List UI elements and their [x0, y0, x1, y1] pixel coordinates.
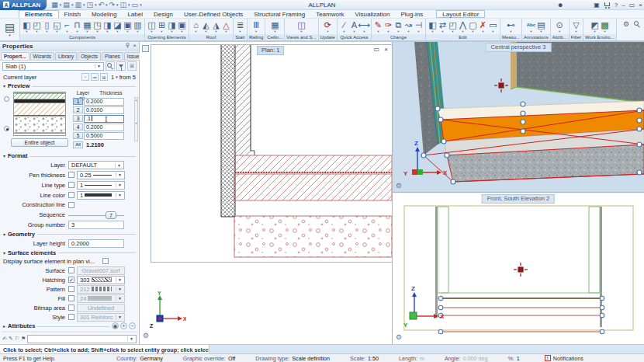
layer-number-cell[interactable]: 4: [73, 124, 83, 131]
layer-table-scrollbar[interactable]: ▴▾: [134, 97, 138, 141]
copy-icon[interactable]: ◫: [120, 1, 127, 9]
perspective-viewport-title[interactable]: Central perspective 3: [486, 43, 552, 52]
navigation-gear-icon[interactable]: ⚙: [396, 182, 402, 190]
thickness-input[interactable]: .1I: [84, 115, 124, 123]
bitmap-area-checkbox[interactable]: [68, 305, 74, 311]
array-icon[interactable]: ▭▾: [488, 20, 498, 33]
pen-thickness-checkbox[interactable]: [68, 172, 74, 178]
undo-icon[interactable]: ↶: [98, 1, 104, 9]
group-number-input[interactable]: 3: [68, 221, 124, 229]
line-type-checkbox[interactable]: [68, 182, 74, 188]
collapsed-window-icon[interactable]: [142, 45, 149, 52]
line-icon[interactable]: ∕▾: [339, 20, 349, 33]
search-icon[interactable]: [634, 21, 641, 28]
workspace-icon[interactable]: ▩▾: [600, 20, 610, 33]
surface-checkbox[interactable]: [68, 267, 74, 273]
match-icon[interactable]: ✍: [2, 336, 7, 342]
trim-icon[interactable]: ⊣▾: [414, 20, 424, 33]
layer-select[interactable]: DEFAULT ▼: [68, 161, 124, 169]
upstand-icon[interactable]: ◰▾: [32, 20, 42, 33]
line-color-select[interactable]: 1 ▼: [77, 191, 125, 200]
stair-icon[interactable]: ≣▾: [235, 20, 245, 33]
strip-foundation-icon[interactable]: ⌐▾: [62, 20, 72, 33]
layer-number-cell[interactable]: 3: [73, 115, 83, 122]
notifications-button[interactable]: ! Notifications: [545, 355, 583, 362]
menu-tab-elements[interactable]: Elements: [19, 10, 59, 18]
plan-window-controls[interactable]: ▭ ×: [374, 46, 390, 53]
minimize-icon[interactable]: –: [621, 0, 625, 10]
thickness-input[interactable]: 0.2000: [84, 124, 124, 131]
line-color-checkbox[interactable]: [68, 192, 74, 198]
open-file-icon[interactable]: ▥: [74, 1, 81, 9]
line-type-select[interactable]: 1 ▼: [77, 181, 125, 190]
sequence-value[interactable]: 7: [106, 211, 116, 219]
corner-window-icon[interactable]: ◨▾: [167, 20, 177, 33]
entire-object-button[interactable]: Entire object: [11, 138, 68, 147]
panel-tab-wizards[interactable]: Wizards: [30, 52, 54, 60]
update-3d-icon[interactable]: ⟳▾: [323, 20, 333, 33]
pen-thickness-select[interactable]: 0.25 ▼: [77, 171, 125, 179]
menu-tab-modeling[interactable]: Modeling: [86, 10, 122, 18]
wall-icon[interactable]: ◧▾: [22, 20, 32, 33]
chimney-icon[interactable]: ▣▾: [123, 20, 133, 33]
fill-checkbox[interactable]: [68, 295, 74, 301]
menu-tab-plug-ins[interactable]: Plug-ins: [395, 10, 428, 18]
plan-viewport[interactable]: Plan: 1 ▭ ×: [151, 44, 393, 263]
foundation-icon[interactable]: ◱▾: [52, 20, 62, 33]
plot-icon[interactable]: ▭: [132, 1, 139, 9]
elevation-viewport[interactable]: Front, South Elevation 2: [393, 193, 644, 344]
search-button[interactable]: [106, 61, 115, 71]
workspace[interactable]: Plan: 1 ▭ ×: [140, 42, 392, 344]
restore-icon[interactable]: ▭: [629, 0, 635, 10]
filter-funnel-icon[interactable]: ▽▾: [571, 20, 581, 33]
apply-button[interactable]: ▣: [127, 61, 137, 71]
stretch-icon[interactable]: ↝▾: [403, 20, 414, 33]
thickness-input[interactable]: 0.0100: [84, 106, 124, 114]
pattern-checkbox[interactable]: [68, 286, 74, 292]
filter-button[interactable]: [116, 61, 126, 71]
preview-section-header[interactable]: ▾ Preview: [0, 82, 139, 91]
recess-icon[interactable]: ◨▾: [102, 20, 113, 33]
attribute-eye-icon[interactable]: ◉: [112, 322, 119, 329]
allplan-window-icon[interactable]: ▣: [594, 0, 600, 10]
layer-list-icon[interactable]: ▫: [81, 73, 89, 81]
layer-stack-icon[interactable]: ⊞: [100, 73, 108, 81]
measure-icon[interactable]: ⊷▾: [506, 20, 516, 33]
railing-icon[interactable]: Ⅲ▾: [251, 20, 261, 33]
brush-icon[interactable]: ⚐: [15, 336, 19, 342]
cart-icon[interactable]: [604, 2, 611, 9]
style-checkbox[interactable]: [68, 314, 74, 320]
app-logo[interactable]: A ALLPLAN: [0, 0, 47, 10]
modify-icon[interactable]: ✎▾: [373, 20, 383, 33]
components-gallery-button[interactable]: ▤ ▾: [0, 19, 20, 40]
mirror-icon[interactable]: ⋀▾: [458, 20, 468, 33]
move-icon[interactable]: ⇄▾: [438, 20, 448, 33]
user-icon[interactable]: ☻: [557, 0, 563, 10]
all-cell[interactable]: All: [73, 141, 83, 148]
layer-up-icon[interactable]: ≔: [91, 73, 99, 81]
panel-tab-library[interactable]: Library: [55, 52, 77, 60]
menu-tab-label[interactable]: Label: [122, 10, 148, 18]
radio-entire-object[interactable]: [4, 126, 9, 131]
hatching-select[interactable]: 303▼: [77, 276, 125, 284]
pick-modify-icon[interactable]: ✑▾: [383, 20, 393, 33]
fill-select[interactable]: 24▼: [77, 294, 125, 303]
surface-select[interactable]: Gravel007.surf: [77, 266, 125, 275]
shell-icon[interactable]: ◪▾: [113, 20, 123, 33]
format-section-header[interactable]: ▾ Format: [0, 151, 139, 160]
resize-icon[interactable]: ▢▾: [468, 20, 478, 33]
attributes-section-header[interactable]: ▸ Attributes ◉ + −: [0, 322, 139, 330]
room-icon[interactable]: ▥▾: [133, 20, 143, 33]
views-sections-icon[interactable]: ◫▾: [296, 20, 306, 33]
edit-box-icon[interactable]: ◧▾: [428, 20, 438, 33]
style-select[interactable]: 301 Reinforced concrete▼: [77, 313, 125, 322]
panel-tab-planes[interactable]: Planes: [102, 52, 123, 60]
radio-single-layer[interactable]: [4, 96, 9, 102]
gear-icon[interactable]: ⚙: [623, 20, 629, 28]
panel-tab-propert[interactable]: Propert...: [1, 52, 29, 60]
skylight-icon[interactable]: △▾: [221, 20, 231, 33]
layer-height-input[interactable]: 0.2000: [68, 239, 124, 248]
attributes-icon[interactable]: ⊙▾: [555, 20, 565, 33]
mesh-icon[interactable]: ▦▾: [82, 20, 92, 33]
door-opening-icon[interactable]: ◫▾: [147, 20, 157, 33]
